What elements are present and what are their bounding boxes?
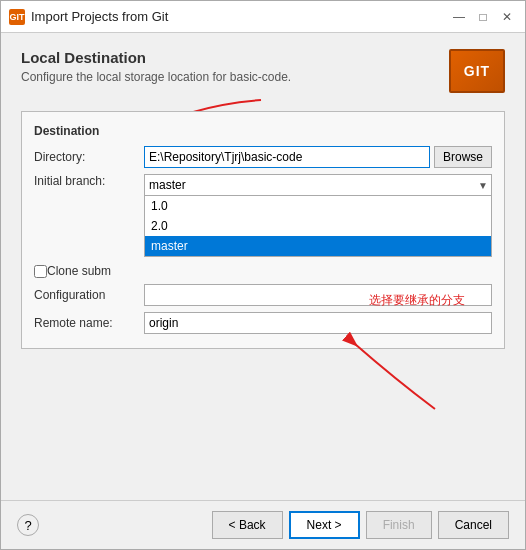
footer-left: ? <box>17 514 39 536</box>
configuration-input[interactable] <box>144 284 492 306</box>
clone-submodules-row: Clone subm <box>34 264 492 278</box>
git-logo-badge: GIT <box>449 49 505 93</box>
branch-option-1[interactable]: 1.0 <box>145 196 491 216</box>
configuration-row: Configuration <box>34 284 492 306</box>
annotation-area: 选择要继承的分支 <box>21 349 505 429</box>
cancel-button[interactable]: Cancel <box>438 511 509 539</box>
directory-input[interactable] <box>144 146 430 168</box>
finish-button[interactable]: Finish <box>366 511 432 539</box>
top-left: Local Destination Configure the local st… <box>21 49 291 84</box>
branch-dropdown[interactable]: master ▼ <box>144 174 492 196</box>
remote-name-input[interactable] <box>144 312 492 334</box>
clone-submodules-checkbox[interactable] <box>34 265 47 278</box>
clone-submodules-label: Clone subm <box>47 264 111 278</box>
browse-button[interactable]: Browse <box>434 146 492 168</box>
next-button[interactable]: Next > <box>289 511 360 539</box>
branch-option-2[interactable]: 2.0 <box>145 216 491 236</box>
window-title: Import Projects from Git <box>31 9 168 24</box>
directory-label: Directory: <box>34 150 144 164</box>
branch-option-master[interactable]: master <box>145 236 491 256</box>
help-button[interactable]: ? <box>17 514 39 536</box>
dropdown-arrow-icon: ▼ <box>478 180 488 191</box>
destination-group-label: Destination <box>34 124 492 138</box>
maximize-button[interactable]: □ <box>473 7 493 27</box>
title-bar-left: GIT Import Projects from Git <box>9 9 168 25</box>
configuration-label: Configuration <box>34 288 144 302</box>
main-window: GIT Import Projects from Git — □ ✕ Local… <box>0 0 526 550</box>
initial-branch-label: Initial branch: <box>34 174 144 188</box>
branch-dropdown-list: 1.0 2.0 master <box>144 196 492 257</box>
section-description: Configure the local storage location for… <box>21 70 291 84</box>
minimize-button[interactable]: — <box>449 7 469 27</box>
section-title: Local Destination <box>21 49 291 66</box>
remote-name-label: Remote name: <box>34 316 144 330</box>
directory-row: Directory: Browse <box>34 146 492 168</box>
window-controls: — □ ✕ <box>449 7 517 27</box>
title-bar: GIT Import Projects from Git — □ ✕ <box>1 1 525 33</box>
footer-buttons: < Back Next > Finish Cancel <box>212 511 509 539</box>
branch-dropdown-container: master ▼ 1.0 2.0 master <box>144 174 492 196</box>
initial-branch-row: Initial branch: master ▼ 1.0 2.0 master <box>34 174 492 196</box>
remote-name-row: Remote name: <box>34 312 492 334</box>
dialog-content: Local Destination Configure the local st… <box>1 33 525 500</box>
top-section: Local Destination Configure the local st… <box>21 49 505 93</box>
dialog-footer: ? < Back Next > Finish Cancel <box>1 500 525 549</box>
window-icon: GIT <box>9 9 25 25</box>
back-button[interactable]: < Back <box>212 511 283 539</box>
close-button[interactable]: ✕ <box>497 7 517 27</box>
destination-group: Destination Directory: Browse Initial br… <box>21 111 505 349</box>
